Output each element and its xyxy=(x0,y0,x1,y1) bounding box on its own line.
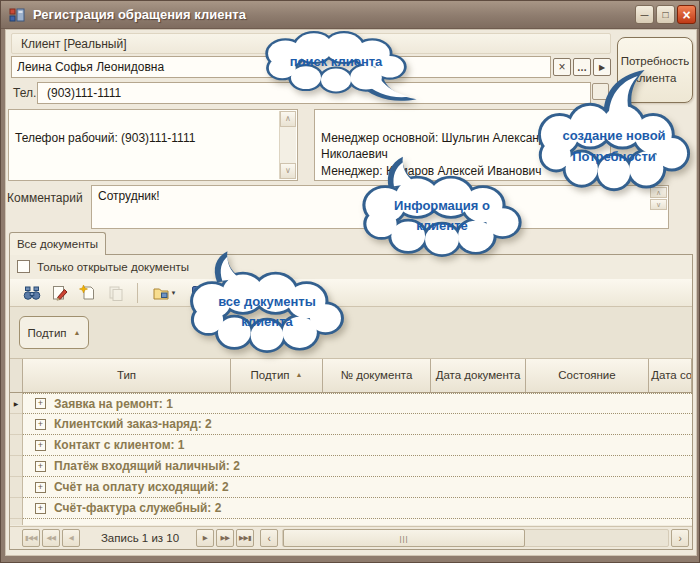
nav-next-button[interactable]: ▶ xyxy=(196,529,214,547)
scroll-left-button[interactable]: ‹ xyxy=(260,529,278,547)
clear-client-button[interactable]: × xyxy=(553,58,571,76)
window-title: Регистрация обращения клиента xyxy=(33,7,246,22)
app-icon xyxy=(9,7,25,23)
scroll-right-button[interactable]: › xyxy=(671,529,689,547)
callout-text: поиск клиента xyxy=(257,32,415,92)
group-row-label: Счёт-фактура служебный: 2 xyxy=(54,501,221,515)
column-header-state[interactable]: Состояние xyxy=(526,359,649,392)
comment-text: Сотрудник! xyxy=(98,189,160,203)
callout-search-client: поиск клиента xyxy=(257,32,415,92)
managers-text: Менеджер основной: Шульгин Александр Ник… xyxy=(321,131,553,177)
row-selector[interactable] xyxy=(10,456,22,477)
expand-icon[interactable]: + xyxy=(35,461,46,472)
group-row[interactable]: + Платёж входящий наличный: 2 xyxy=(23,456,692,477)
group-row-label: Платёж входящий наличный: 2 xyxy=(54,459,240,473)
row-selector-header xyxy=(10,359,23,392)
expand-icon[interactable]: + xyxy=(35,482,46,493)
browse-client-button[interactable]: … xyxy=(573,58,591,76)
open-client-button[interactable]: ▶ xyxy=(593,58,611,76)
callout-text: Информация о клиенте xyxy=(353,177,531,255)
column-header-number[interactable]: № документа xyxy=(323,359,431,392)
group-row[interactable]: + Клиентский заказ-наряд: 2 xyxy=(23,414,692,435)
record-counter: Запись 1 из 10 xyxy=(90,529,190,547)
column-header-type[interactable]: Тип xyxy=(23,359,231,392)
only-open-filter: Только открытые документы xyxy=(17,260,189,273)
copy-document-icon[interactable] xyxy=(106,283,126,303)
group-row[interactable]: + Контакт с клиентом: 1 xyxy=(23,435,692,456)
group-row[interactable]: + Счёт-фактура служебный: 2 xyxy=(23,498,692,519)
group-row[interactable]: + Счёт на оплату исходящий: 2 xyxy=(23,477,692,498)
title-bar[interactable]: Регистрация обращения клиента — □ × xyxy=(1,1,700,29)
record-navigator: ▮◀◀ ◀◀ ◀ Запись 1 из 10 ▶ ▶▶ ▶▶▮ ‹ ||| › xyxy=(10,526,692,549)
callout-all-documents: все документы клиента xyxy=(181,273,353,351)
expand-icon[interactable]: + xyxy=(35,398,46,409)
only-open-label: Только открытые документы xyxy=(37,261,189,273)
close-button[interactable]: × xyxy=(677,5,696,24)
contacts-scrollbar[interactable]: ∧ ∨ xyxy=(279,111,296,179)
only-open-checkbox[interactable] xyxy=(17,260,30,273)
comment-label: Комментарий xyxy=(7,191,83,205)
group-row-label: Счёт на оплату исходящий: 2 xyxy=(54,480,229,494)
scroll-down-icon[interactable]: ∨ xyxy=(280,163,296,179)
column-header-subtype-label: Подтип xyxy=(251,368,290,382)
nav-last-button[interactable]: ▶▶▮ xyxy=(236,529,254,547)
current-row-indicator: ▶ xyxy=(10,393,22,414)
search-icon[interactable] xyxy=(22,283,42,303)
row-selector[interactable] xyxy=(10,498,22,519)
tab-all-documents[interactable]: Все документы xyxy=(9,232,106,255)
horizontal-scrollbar[interactable]: ||| xyxy=(282,529,669,547)
spin-down-icon[interactable]: ∨ xyxy=(650,199,667,210)
work-phone-text: Телефон рабочий: (903)111-1111 xyxy=(15,131,195,145)
expand-icon[interactable]: + xyxy=(35,503,46,514)
client-section-label: Клиент [Реальный] xyxy=(21,37,127,51)
expand-icon[interactable]: + xyxy=(35,440,46,451)
row-selector[interactable] xyxy=(10,477,22,498)
expand-icon[interactable]: + xyxy=(35,419,46,430)
client-contacts-box: Телефон рабочий: (903)111-1111 ∧ ∨ xyxy=(8,109,298,181)
column-header-date[interactable]: Дата документа xyxy=(431,359,526,392)
maximize-button[interactable]: □ xyxy=(656,5,675,24)
minimize-button[interactable]: — xyxy=(635,5,654,24)
app-window: Регистрация обращения клиента — □ × Клие… xyxy=(0,0,700,563)
row-selector[interactable] xyxy=(10,414,22,435)
new-document-icon[interactable] xyxy=(78,283,98,303)
sort-asc-icon: ▲ xyxy=(296,371,303,380)
group-row-label: Контакт с клиентом: 1 xyxy=(54,438,185,452)
phone-extra-button[interactable] xyxy=(592,83,609,100)
grid-header: Тип Подтип ▲ № документа Дата документа … xyxy=(10,358,692,393)
nav-prev-button[interactable]: ◀ xyxy=(62,529,80,547)
edit-document-icon[interactable] xyxy=(50,283,70,303)
callout-text: создание новой Потребности xyxy=(529,104,699,189)
dropdown-arrow-icon: ▼ xyxy=(171,290,177,296)
callout-new-need: создание новой Потребности xyxy=(529,104,699,189)
group-by-label: Подтип xyxy=(28,327,67,339)
comment-spinner: ∧ ∨ xyxy=(650,187,667,210)
column-header-subtype[interactable]: Подтип ▲ xyxy=(231,359,323,392)
grid-body: ▶ + Заявка на ремонт: 1 + Клиентский зак… xyxy=(10,393,692,525)
callout-text: все документы клиента xyxy=(181,273,353,351)
group-row-label: Заявка на ремонт: 1 xyxy=(54,397,173,411)
phone-label: Тел. xyxy=(13,86,36,100)
group-row[interactable]: + Заявка на ремонт: 1 xyxy=(23,393,692,414)
group-row-label: Клиентский заказ-наряд: 2 xyxy=(54,417,212,431)
group-rows: + Заявка на ремонт: 1 + Клиентский заказ… xyxy=(23,393,692,525)
nav-next-page-button[interactable]: ▶▶ xyxy=(216,529,234,547)
toolbar-separator xyxy=(137,283,138,303)
row-selector-column: ▶ xyxy=(10,393,23,525)
group-by-subtype-button[interactable]: Подтип ▲ xyxy=(19,316,89,349)
sort-asc-icon: ▲ xyxy=(74,329,81,336)
nav-first-button[interactable]: ▮◀◀ xyxy=(22,529,40,547)
callout-client-info: Информация о клиенте xyxy=(353,177,531,255)
nav-prev-page-button[interactable]: ◀◀ xyxy=(42,529,60,547)
view-layout-icon[interactable]: ▼ xyxy=(149,283,179,303)
column-header-state-date-label: Дата состояния xyxy=(649,368,692,382)
column-header-state-date[interactable]: Дата состояния xyxy=(649,359,692,392)
window-controls: — □ × xyxy=(635,5,696,24)
scroll-up-icon[interactable]: ∧ xyxy=(280,111,296,127)
row-selector[interactable] xyxy=(10,435,22,456)
scrollbar-thumb[interactable]: ||| xyxy=(283,529,525,547)
